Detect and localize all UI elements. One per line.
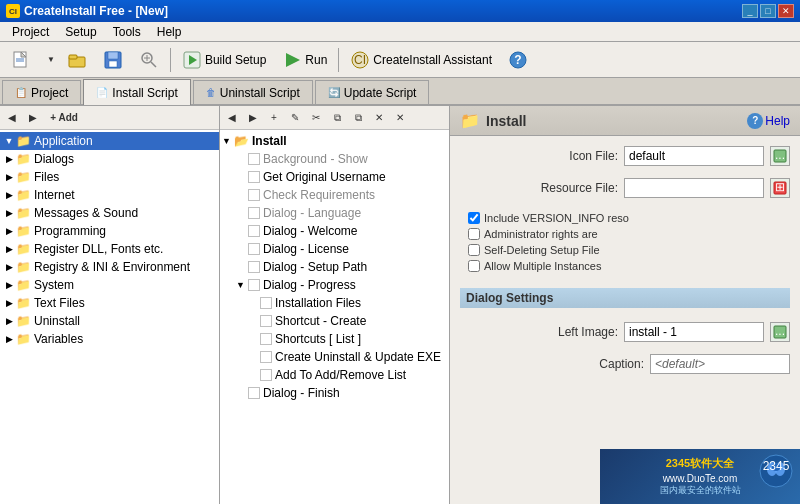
tree-item-dialogs[interactable]: ▶ 📁 Dialogs — [0, 150, 219, 168]
tab-install-script[interactable]: 📄 Install Script — [83, 79, 190, 105]
mid-edit-button[interactable]: ✎ — [285, 109, 305, 127]
expander-uninstall[interactable]: ▶ — [2, 314, 16, 328]
middle-panel-toolbar: ◀ ▶ + ✎ ✂ ⧉ ⧉ ✕ ✕ — [220, 106, 449, 130]
expander-progress[interactable]: ▼ — [236, 280, 248, 290]
expander-register[interactable]: ▶ — [2, 242, 16, 256]
tree-item-programming[interactable]: ▶ 📁 Programming — [0, 222, 219, 240]
mid-tree-get-username[interactable]: Get Original Username — [220, 168, 449, 186]
tree-item-system[interactable]: ▶ 📁 System — [0, 276, 219, 294]
expander-dialogs[interactable]: ▶ — [2, 152, 16, 166]
mid-copy-button[interactable]: ⧉ — [327, 109, 347, 127]
icon-file-input[interactable] — [624, 146, 764, 166]
tree-item-registry[interactable]: ▶ 📁 Registry & INI & Environment — [0, 258, 219, 276]
expander-install[interactable]: ▼ — [222, 136, 234, 146]
mid-forward-button[interactable]: ▶ — [243, 109, 263, 127]
mid-tree-install[interactable]: ▼ 📂 Install — [220, 132, 449, 150]
assistant-button[interactable]: CI CreateInstall Assistant — [343, 46, 499, 74]
expander-text[interactable]: ▶ — [2, 296, 16, 310]
folder-internet-icon: 📁 — [16, 188, 31, 202]
mid-tree-create-uninstall[interactable]: Create Uninstall & Update EXE — [220, 348, 449, 366]
left-forward-button[interactable]: ▶ — [23, 109, 43, 127]
help-circle-icon: ? — [747, 113, 763, 129]
left-tree[interactable]: ▼ 📁 Application ▶ 📁 Dialogs ▶ 📁 Files ▶ … — [0, 130, 219, 504]
mid-add-button[interactable]: + — [264, 109, 284, 127]
toolbar-help-icon: ? — [508, 50, 528, 70]
tab-uninstall-script[interactable]: 🗑 Uninstall Script — [193, 80, 313, 104]
expander-messages[interactable]: ▶ — [2, 206, 16, 220]
assistant-icon: CI — [350, 50, 370, 70]
mid-tree-add-remove[interactable]: Add To Add/Remove List — [220, 366, 449, 384]
tree-item-text-files[interactable]: ▶ 📁 Text Files — [0, 294, 219, 312]
mid-tree-dialog-finish[interactable]: Dialog - Finish — [220, 384, 449, 402]
tree-item-registry-label: Registry & INI & Environment — [34, 260, 190, 274]
mid-item-shortcutslist-icon — [260, 333, 272, 345]
menu-help[interactable]: Help — [149, 23, 190, 41]
checkbox-admin[interactable] — [468, 228, 480, 240]
expander-registry[interactable]: ▶ — [2, 260, 16, 274]
mid-tree-dialog-progress[interactable]: ▼ Dialog - Progress — [220, 276, 449, 294]
tree-item-uninstall[interactable]: ▶ 📁 Uninstall — [0, 312, 219, 330]
menu-setup[interactable]: Setup — [57, 23, 104, 41]
build-setup-button[interactable]: Build Setup — [175, 46, 273, 74]
mid-tree-dialog-welcome[interactable]: Dialog - Welcome — [220, 222, 449, 240]
mid-item-lang-icon — [248, 207, 260, 219]
mid-tree-dialog-lang[interactable]: Dialog - Language — [220, 204, 449, 222]
toolbar-help-button[interactable]: ? — [501, 46, 535, 74]
expander-internet[interactable]: ▶ — [2, 188, 16, 202]
mid-tree-dialog-license[interactable]: Dialog - License — [220, 240, 449, 258]
checkbox-version[interactable] — [468, 212, 480, 224]
tree-item-register-dll[interactable]: ▶ 📁 Register DLL, Fonts etc. — [0, 240, 219, 258]
mid-tree-dialog-setup-path[interactable]: Dialog - Setup Path — [220, 258, 449, 276]
left-image-input[interactable] — [624, 322, 764, 342]
expander-variables[interactable]: ▶ — [2, 332, 16, 346]
tab-update-script[interactable]: 🔄 Update Script — [315, 80, 430, 104]
middle-tree[interactable]: ▼ 📂 Install Background - Show Get Origin… — [220, 130, 449, 504]
mid-tree-install-files[interactable]: Installation Files — [220, 294, 449, 312]
expander-system[interactable]: ▶ — [2, 278, 16, 292]
tree-item-variables[interactable]: ▶ 📁 Variables — [0, 330, 219, 348]
new-button[interactable] — [4, 46, 38, 74]
run-button[interactable]: Run — [275, 46, 334, 74]
left-back-button[interactable]: ◀ — [2, 109, 22, 127]
folder-install-icon: 📂 — [234, 134, 249, 148]
icon-file-browse-button[interactable]: ... — [770, 146, 790, 166]
mid-back-button[interactable]: ◀ — [222, 109, 242, 127]
menu-project[interactable]: Project — [4, 23, 57, 41]
close-button[interactable]: ✕ — [778, 4, 794, 18]
expander-programming[interactable]: ▶ — [2, 224, 16, 238]
left-image-browse-button[interactable]: ... — [770, 322, 790, 342]
mid-cut-button[interactable]: ✂ — [306, 109, 326, 127]
tree-item-files[interactable]: ▶ 📁 Files — [0, 168, 219, 186]
caption-input[interactable] — [650, 354, 790, 374]
mid-tree-bg-show[interactable]: Background - Show — [220, 150, 449, 168]
mid-paste-button[interactable]: ⧉ — [348, 109, 368, 127]
mid-clear-button[interactable]: ✕ — [390, 109, 410, 127]
mid-tree-check-req[interactable]: Check Requirements — [220, 186, 449, 204]
tree-item-internet[interactable]: ▶ 📁 Internet — [0, 186, 219, 204]
resource-file-browse-button[interactable]: ⊞ — [770, 178, 790, 198]
mid-delete-button[interactable]: ✕ — [369, 109, 389, 127]
resource-file-input[interactable] — [624, 178, 764, 198]
tree-item-application[interactable]: ▼ 📁 Application — [0, 132, 219, 150]
zoom-button[interactable] — [132, 46, 166, 74]
tree-item-messages-sound[interactable]: ▶ 📁 Messages & Sound — [0, 204, 219, 222]
expander-files[interactable]: ▶ — [2, 170, 16, 184]
mid-tree-shortcut-create[interactable]: Shortcut - Create — [220, 312, 449, 330]
minimize-button[interactable]: _ — [742, 4, 758, 18]
save-button[interactable] — [96, 46, 130, 74]
new-dropdown-button[interactable]: ▼ — [40, 46, 58, 74]
expander-application[interactable]: ▼ — [2, 134, 16, 148]
title-bar: CI CreateInstall Free - [New] _ □ ✕ — [0, 0, 800, 22]
left-add-button[interactable]: + Add — [44, 109, 84, 127]
tab-project[interactable]: 📋 Project — [2, 80, 81, 104]
mid-create-uninstall-label: Create Uninstall & Update EXE — [275, 350, 441, 364]
build-setup-label: Build Setup — [205, 53, 266, 67]
mid-tree-shortcuts-list[interactable]: Shortcuts [ List ] — [220, 330, 449, 348]
checkbox-selfdelete[interactable] — [468, 244, 480, 256]
help-link[interactable]: ? Help — [747, 113, 790, 129]
menu-tools[interactable]: Tools — [105, 23, 149, 41]
maximize-button[interactable]: □ — [760, 4, 776, 18]
svg-rect-6 — [69, 55, 77, 59]
open-button[interactable] — [60, 46, 94, 74]
checkbox-multiinstance[interactable] — [468, 260, 480, 272]
